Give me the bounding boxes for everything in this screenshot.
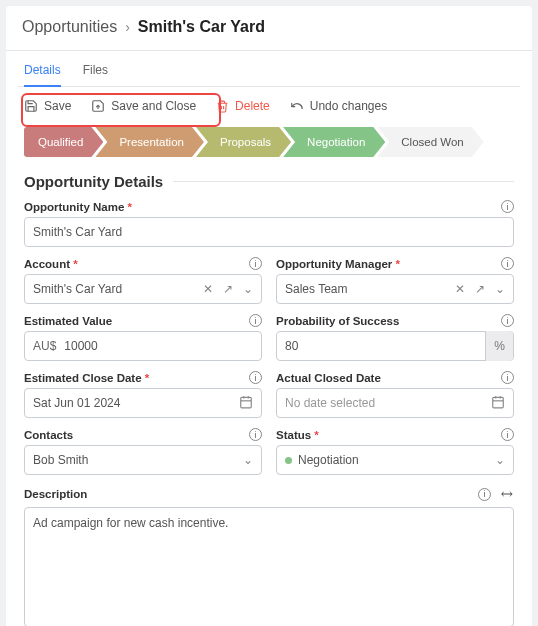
info-icon[interactable]: i: [501, 371, 514, 384]
textarea-description[interactable]: Ad campaign for new cash incentive.: [24, 507, 514, 626]
currency-prefix: AU$: [33, 339, 64, 353]
clear-icon[interactable]: ✕: [455, 282, 465, 296]
label-account: Account *: [24, 258, 78, 270]
calendar-icon[interactable]: [239, 395, 253, 412]
svg-rect-0: [241, 397, 252, 408]
save-label: Save: [44, 99, 71, 113]
delete-label: Delete: [235, 99, 270, 113]
tabs: Details Files: [18, 51, 520, 87]
save-close-label: Save and Close: [111, 99, 196, 113]
open-icon[interactable]: ↗: [223, 282, 233, 296]
info-icon[interactable]: i: [501, 314, 514, 327]
breadcrumb-root[interactable]: Opportunities: [22, 18, 117, 36]
chevron-right-icon: ›: [125, 19, 130, 35]
save-and-close-button[interactable]: Save and Close: [91, 99, 196, 113]
label-opportunity-manager: Opportunity Manager *: [276, 258, 400, 270]
svg-rect-4: [493, 397, 504, 408]
stage-closed-won[interactable]: Closed Won: [377, 127, 483, 157]
field-status: Status * i Negotiation ⌄: [276, 428, 514, 475]
field-description: Description i ⤢ Ad campaign for new cash…: [24, 485, 514, 626]
stage-chevrons: Qualified Presentation Proposals Negotia…: [18, 125, 520, 171]
field-estimated-value: Estimated Value i AU$ 10000: [24, 314, 262, 361]
breadcrumb: Opportunities › Smith's Car Yard: [6, 6, 532, 51]
date-estimated-close[interactable]: Sat Jun 01 2024: [24, 388, 262, 418]
clear-icon[interactable]: ✕: [203, 282, 213, 296]
chevron-down-icon[interactable]: ⌄: [495, 282, 505, 296]
info-icon[interactable]: i: [501, 428, 514, 441]
breadcrumb-current: Smith's Car Yard: [138, 18, 265, 36]
chevron-down-icon[interactable]: ⌄: [243, 453, 253, 467]
info-icon[interactable]: i: [478, 488, 491, 501]
date-actual-close[interactable]: No date selected: [276, 388, 514, 418]
select-contacts[interactable]: Bob Smith ⌄: [24, 445, 262, 475]
percent-suffix: %: [485, 331, 513, 361]
info-icon[interactable]: i: [501, 257, 514, 270]
save-button[interactable]: Save: [24, 99, 71, 113]
delete-button[interactable]: Delete: [216, 99, 270, 113]
save-close-icon: [91, 99, 105, 113]
chevron-down-icon[interactable]: ⌄: [495, 453, 505, 467]
select-status[interactable]: Negotiation ⌄: [276, 445, 514, 475]
label-probability: Probability of Success: [276, 315, 399, 327]
input-opportunity-name[interactable]: Smith's Car Yard: [24, 217, 514, 247]
undo-icon: [290, 99, 304, 113]
tab-files[interactable]: Files: [83, 61, 108, 86]
undo-label: Undo changes: [310, 99, 387, 113]
chevron-down-icon[interactable]: ⌄: [243, 282, 253, 296]
open-icon[interactable]: ↗: [475, 282, 485, 296]
opportunity-page: Opportunities › Smith's Car Yard Details…: [6, 6, 532, 626]
field-estimated-close-date: Estimated Close Date * i Sat Jun 01 2024: [24, 371, 262, 418]
label-estimated-value: Estimated Value: [24, 315, 112, 327]
label-contacts: Contacts: [24, 429, 73, 441]
stage-proposals[interactable]: Proposals: [196, 127, 291, 157]
trash-icon: [216, 100, 229, 113]
status-dot: [285, 457, 292, 464]
field-actual-closed-date: Actual Closed Date i No date selected: [276, 371, 514, 418]
stage-presentation[interactable]: Presentation: [95, 127, 204, 157]
info-icon[interactable]: i: [249, 314, 262, 327]
label-status: Status *: [276, 429, 319, 441]
field-contacts: Contacts i Bob Smith ⌄: [24, 428, 262, 475]
label-description: Description: [24, 488, 87, 500]
input-estimated-value[interactable]: AU$ 10000: [24, 331, 262, 361]
select-opportunity-manager[interactable]: Sales Team ✕ ↗ ⌄: [276, 274, 514, 304]
form: Opportunity Name * i Smith's Car Yard Ac…: [18, 200, 520, 626]
stage-negotiation[interactable]: Negotiation: [283, 127, 385, 157]
info-icon[interactable]: i: [249, 428, 262, 441]
stage-qualified[interactable]: Qualified: [24, 127, 103, 157]
section-title: Opportunity Details: [18, 171, 520, 200]
field-opportunity-manager: Opportunity Manager * i Sales Team ✕ ↗ ⌄: [276, 257, 514, 304]
tab-details[interactable]: Details: [24, 61, 61, 87]
label-actual-close: Actual Closed Date: [276, 372, 381, 384]
undo-button[interactable]: Undo changes: [290, 99, 387, 113]
label-estimated-close: Estimated Close Date *: [24, 372, 149, 384]
info-icon[interactable]: i: [249, 371, 262, 384]
expand-icon[interactable]: ⤢: [497, 483, 519, 505]
field-probability: Probability of Success i 80 %: [276, 314, 514, 361]
input-probability[interactable]: 80 %: [276, 331, 514, 361]
info-icon[interactable]: i: [501, 200, 514, 213]
toolbar: Save Save and Close Delete Undo changes: [18, 87, 520, 125]
save-icon: [24, 99, 38, 113]
select-account[interactable]: Smith's Car Yard ✕ ↗ ⌄: [24, 274, 262, 304]
calendar-icon[interactable]: [491, 395, 505, 412]
field-opportunity-name: Opportunity Name * i Smith's Car Yard: [24, 200, 514, 247]
info-icon[interactable]: i: [249, 257, 262, 270]
field-account: Account * i Smith's Car Yard ✕ ↗ ⌄: [24, 257, 262, 304]
label-opportunity-name: Opportunity Name *: [24, 201, 132, 213]
